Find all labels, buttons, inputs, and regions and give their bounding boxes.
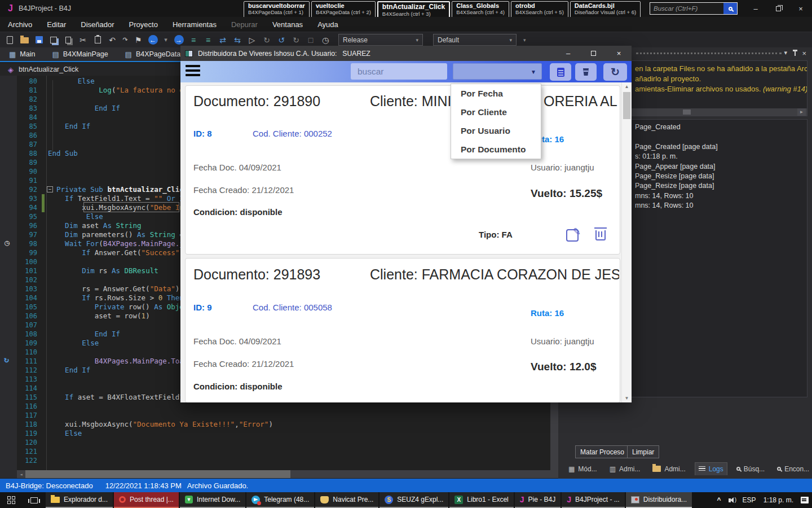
taskbar-app[interactable]: Post thread |... <box>114 492 179 508</box>
run-icon[interactable]: ▷ <box>247 35 257 45</box>
menu-depurar[interactable]: Depurar <box>231 20 258 29</box>
dropdown-option[interactable]: Por Fecha <box>451 84 541 103</box>
close-icon[interactable]: × <box>789 0 812 17</box>
taskbar-app[interactable]: Telegram (48... <box>246 492 314 508</box>
kill-process-button[interactable]: Matar Proceso <box>575 445 629 458</box>
list-scrollbar[interactable]: ▲ ▼ <box>621 82 631 402</box>
action-center-icon[interactable] <box>801 497 809 503</box>
restore-icon[interactable] <box>767 0 789 17</box>
search-icon[interactable] <box>723 3 737 14</box>
menu-ayuda[interactable]: Ayuda <box>317 20 338 29</box>
taskbar-app[interactable]: JPie - B4J <box>515 492 561 508</box>
b4j-bridge-icon[interactable]: ↺ <box>276 35 286 45</box>
copy-icon[interactable] <box>63 35 73 45</box>
profiler-icon[interactable]: ◷ <box>320 35 330 45</box>
taskbar-app[interactable]: Navicat Pre... <box>315 492 378 508</box>
app-minimize-icon[interactable]: – <box>555 46 581 61</box>
panel-close-icon[interactable]: × <box>802 49 806 58</box>
menu-herramientas[interactable]: Herramientas <box>173 20 217 29</box>
quick-tab[interactable]: vueltoclieB4XPageData (ctrl + 2) <box>311 1 376 19</box>
dropdown-option[interactable]: Por Usuario <box>451 121 541 140</box>
task-view-icon[interactable] <box>30 497 38 503</box>
config-select[interactable]: Default▾ <box>433 34 517 46</box>
quick-tab[interactable]: DataCards.bjlDiseñador Visual (ctrl + 6) <box>570 1 641 19</box>
panel-tab-encon[interactable]: Encon... <box>774 463 812 475</box>
fold-collapse-icon[interactable]: − <box>47 186 53 192</box>
editor-tab-b4xmainpage[interactable]: ▤B4XMainPage <box>47 50 112 59</box>
tray-language[interactable]: ESP <box>743 496 756 504</box>
tray-chevron-icon[interactable]: ^ <box>717 496 721 504</box>
menu-ventanas[interactable]: Ventanas <box>272 20 303 29</box>
panel-tab-admi[interactable]: Admi... <box>649 463 689 475</box>
connect-device-icon[interactable]: ↻ <box>262 35 272 45</box>
panel-drag-handle[interactable] <box>636 52 782 55</box>
taskbar-app[interactable]: Distribuidora... <box>626 492 692 508</box>
save-all-icon[interactable] <box>48 35 59 45</box>
menu-archivo[interactable]: Archivo <box>8 20 32 29</box>
compile-icon[interactable]: ⇄ <box>218 35 228 45</box>
minimize-icon[interactable]: – <box>744 0 767 17</box>
tray-clock[interactable]: 1:18 p. m. <box>764 496 793 504</box>
taskbar-app[interactable]: Explorador d... <box>46 492 113 508</box>
app-close-icon[interactable]: × <box>606 46 632 61</box>
toolbar-overflow-icon[interactable]: ▾ <box>523 37 526 43</box>
menu-proyecto[interactable]: Proyecto <box>129 20 158 29</box>
build-config-select[interactable]: Release▾ <box>338 34 423 46</box>
speaker-icon[interactable] <box>729 498 731 502</box>
dropdown-option[interactable]: Por Cliente <box>451 103 541 121</box>
navigate-back-icon[interactable]: ← <box>148 35 158 45</box>
taskbar-app[interactable]: ▼Internet Dow... <box>180 492 245 508</box>
redo-icon[interactable]: ↷ <box>122 35 129 45</box>
filter-dropdown[interactable]: ▼ <box>453 63 542 80</box>
refresh-button[interactable]: ↻ <box>603 63 627 81</box>
panel-tab-logs[interactable]: Logs <box>695 462 727 475</box>
dropdown-option[interactable]: Por Documento <box>451 140 541 159</box>
new-file-icon[interactable] <box>5 35 15 45</box>
line-number: 103 <box>17 284 42 294</box>
editor-tab-main[interactable]: ▦Main <box>5 50 39 59</box>
bookmark-icon[interactable]: ⚑ <box>133 35 143 45</box>
stop-icon[interactable]: □ <box>306 35 316 45</box>
menu-diseñador[interactable]: Diseñador <box>81 20 114 29</box>
undo-icon[interactable]: ↶ <box>107 35 117 45</box>
cut-icon[interactable]: ✂ <box>78 35 88 45</box>
taskbar-app[interactable]: SSEUZ4 gExpl... <box>379 492 448 508</box>
outdent-icon[interactable]: ≡ <box>203 35 213 45</box>
start-button[interactable] <box>0 492 23 508</box>
panel-tab-admi[interactable]: ▥Admi... <box>606 463 644 475</box>
navigate-forward-icon[interactable]: → <box>174 35 184 45</box>
editor-horizontal-scrollbar[interactable]: ◄ <box>17 470 558 478</box>
taskbar-app[interactable]: XLibro1 - Excel <box>449 492 513 508</box>
ide-search-box[interactable]: Buscar (Ctrl+F) <box>650 2 738 15</box>
paste-icon[interactable] <box>92 35 103 45</box>
open-project-icon[interactable] <box>19 35 29 45</box>
taskbar-app[interactable]: JB4JProject - ... <box>562 492 625 508</box>
hamburger-menu-icon[interactable] <box>186 65 200 78</box>
trash-icon[interactable] <box>595 230 606 240</box>
quick-tab[interactable]: btnActualizar_ClickB4XSearch (ctrl + 3) <box>377 1 450 19</box>
quick-tab[interactable]: buscarvueltoborrarB4XPageData (ctrl + 1) <box>244 1 310 19</box>
windows-taskbar: Explorador d...Post thread |...▼Internet… <box>0 492 812 508</box>
app-search-input[interactable]: buscar <box>351 63 447 80</box>
document-card[interactable]: Documento: 291893 Cliente: FARMACIA CORA… <box>185 258 620 402</box>
reconnect-icon[interactable]: ↻ <box>291 35 301 45</box>
indent-icon[interactable]: ≡ <box>188 35 198 45</box>
quick-tab[interactable]: Class_GlobalsB4XSearch (ctrl + 4) <box>452 1 509 19</box>
delete-button[interactable] <box>575 63 597 81</box>
editor-tab-b4xpagedata[interactable]: ▤B4XPageData <box>121 50 186 59</box>
panel-menu-icon[interactable]: ▾ <box>784 49 787 56</box>
menu-editar[interactable]: Editar <box>47 20 66 29</box>
app-maximize-icon[interactable] <box>581 46 606 61</box>
clear-logs-button[interactable]: Limpiar <box>627 445 659 458</box>
panel-tab-búsq[interactable]: Búsq... <box>733 463 768 475</box>
document-card[interactable]: Documento: 291890 Cliente: MINI- ORERIA … <box>185 85 620 255</box>
back-history-caret[interactable]: ▾ <box>162 35 169 45</box>
save-icon[interactable] <box>34 35 44 45</box>
new-document-button[interactable] <box>550 63 571 81</box>
transfer-icon[interactable]: ⇆ <box>232 35 242 45</box>
app-titlebar[interactable]: Distribuidora De Viveres Ishosu C.A. Usu… <box>180 46 632 61</box>
edit-icon[interactable] <box>566 229 579 242</box>
panel-tab-mód[interactable]: ▦Mód... <box>565 463 601 475</box>
pin-icon[interactable] <box>795 51 796 56</box>
quick-tab[interactable]: otrobdB4XSearch (ctrl + 5) <box>511 1 568 19</box>
